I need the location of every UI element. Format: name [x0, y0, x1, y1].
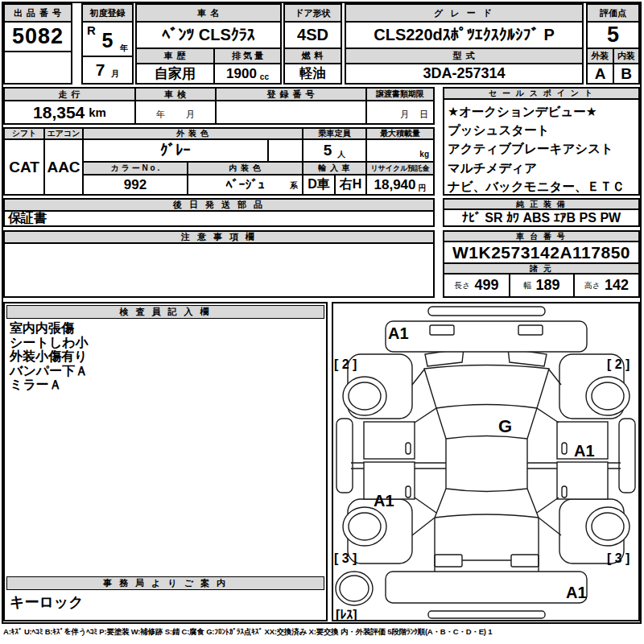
displacement-label: 排 気 量	[213, 49, 280, 64]
score-value: 5	[588, 23, 638, 49]
color-number-value: 992	[82, 175, 187, 194]
transfer-day-placeholder: 日	[419, 109, 428, 121]
front-bumper-strip	[428, 307, 545, 316]
first-registration-year-cell: R 5 年	[83, 23, 132, 57]
score-box: 評価点 5 外装 内装 A B	[586, 3, 640, 85]
inspector-notes-list: 室内内張傷 シートしわ小 外装小傷有り バンパー下Ａ ミラーＡ	[10, 321, 322, 392]
transfer-deadline-cell: 月 日	[365, 101, 433, 123]
capacity-unit: 人	[337, 149, 345, 160]
sales-points-label: セ ー ル ス ポ イ ン ト	[444, 89, 638, 100]
sales-point-item: ★オークションデビュー★	[448, 102, 637, 121]
displacement-cell: 1900 cc	[213, 64, 280, 83]
spec-height-cell: 高さ 142	[573, 275, 638, 296]
sales-point-item: アクティブブレーキアシスト	[448, 139, 637, 158]
spec-width-cell: 幅 189	[509, 275, 573, 296]
exterior-color-empty-cell	[267, 140, 302, 163]
model-code-value: 3DA-257314	[346, 64, 582, 83]
grade-label: グ レ ー ド	[346, 5, 582, 23]
capacity-cell: 5 人	[302, 140, 365, 163]
model-code-label: 型 式	[346, 49, 582, 64]
recycle-deposit-label: リサイクル預託金	[365, 163, 433, 175]
exterior-grade-value: A	[588, 64, 613, 83]
caution-notes-value	[5, 244, 433, 296]
grade-value: CLS220dｽﾎﾟﾂｴｸｽｸﾙｼﾌﾞ P	[346, 23, 582, 49]
sales-point-item: ナビ、バックモニター、ＥＴＣ	[448, 177, 637, 196]
lot-number-empty-cell	[5, 52, 71, 83]
max-load-cell: kg	[365, 140, 433, 163]
import-type-value: D車	[302, 175, 334, 194]
legend-text: A:ｷｽﾞ U:ﾍｺﾐ B:ｷｽﾞを伴うﾍｺﾐ P:要塗装 W:補修跡 S:錆 …	[3, 627, 642, 638]
first-registration-label: 初度登録	[83, 5, 132, 23]
aircon-value: AAC	[43, 140, 82, 194]
later-parts-box: 後 日 発 送 部 品 保証書	[3, 198, 435, 227]
door-shape-value: 4SD	[285, 23, 341, 49]
mileage-cell: 18,354 km	[5, 101, 134, 123]
later-parts-label: 後 日 発 送 部 品	[5, 200, 433, 212]
registration-number-label: 登 録 番 号	[215, 89, 365, 101]
mark-left-rear-door: A1	[374, 492, 394, 510]
car-name-box: 車 名 ﾍﾞﾝﾂ CLSｸﾗｽ 車 歴 自家用 排 気 量 1900 cc	[135, 3, 282, 85]
mark-spare-tire: [ﾚｽ]	[336, 608, 357, 620]
office-notice-label: 事 務 局 よ り ご 案 内	[6, 576, 324, 590]
mark-right-rear-tire: [ 3 ]	[607, 551, 630, 565]
spec-length-label: 長さ	[454, 280, 470, 291]
mileage-label: 走 行	[5, 89, 134, 101]
right-rocker-panel	[619, 419, 635, 493]
year-unit: 年	[120, 43, 128, 54]
transfer-deadline-label: 譲渡書類期限	[365, 89, 433, 101]
fuel-value: 軽油	[285, 64, 341, 83]
shift-label: シフト	[5, 129, 43, 140]
equipment-label: 純 正 装 備	[444, 200, 638, 210]
history-label: 車 歴	[137, 49, 213, 64]
equipment-value: ﾅﾋﾞ SR ｶﾜ ABS ｴｱB PS PW	[444, 210, 638, 225]
spec-width-label: 幅	[523, 280, 531, 291]
lot-number-label: 出 品 番 号	[5, 5, 71, 23]
inspector-box: 検 査 員 記 入 欄 室内内張傷 シートしわ小 外装小傷有り バンパー下Ａ ミ…	[3, 302, 328, 621]
mileage-unit: km	[89, 105, 106, 119]
registration-number-cell	[215, 101, 365, 123]
inspector-label: 検 査 員 記 入 欄	[6, 305, 324, 319]
car-diagram: A1 G A1 A1 A1 [ 2 ] [ 2 ] [ 3 ] [ 3 ] [ﾚ…	[333, 303, 638, 620]
spec-length-cell: 長さ 499	[444, 275, 509, 296]
mark-front-bumper: A1	[388, 324, 409, 342]
inspector-note-line: 外装小傷有り	[10, 349, 322, 364]
interior-color-label: 内 装 色	[187, 163, 302, 175]
score-label: 評価点	[588, 5, 638, 23]
recycle-deposit-value: 18,940	[374, 177, 416, 193]
caution-notes-box: 注 意 事 項 欄	[3, 230, 435, 298]
mark-right-front-door: A1	[574, 442, 595, 460]
shift-value: CAT	[5, 140, 43, 194]
sales-points-list: ★オークションデビュー★ プッシュスタート アクティブブレーキアシスト マルチメ…	[448, 102, 637, 196]
fuel-label: 燃 料	[285, 49, 341, 64]
recycle-deposit-cell: 18,940 円	[365, 175, 433, 194]
inspector-note-line: 室内内張傷	[10, 321, 322, 336]
spare-tire	[336, 572, 373, 605]
mark-right-front-tire: [ 2 ]	[607, 357, 630, 371]
interior-color-suffix: 系	[290, 180, 298, 192]
office-notice-value: キーロック	[10, 592, 322, 613]
shaken-year-placeholder: 年	[156, 109, 165, 121]
auction-sheet: 出 品 番 号 5082 初度登録 R 5 年 7 月 車 名 ﾍﾞﾝﾂ CLS…	[0, 0, 644, 644]
inspector-note-line: ミラーＡ	[10, 378, 322, 392]
interior-grade-value: B	[613, 64, 638, 83]
damage-diagram-box: A1 G A1 A1 A1 [ 2 ] [ 2 ] [ 3 ] [ 3 ] [ﾚ…	[332, 302, 640, 621]
shaken-month-placeholder: 月	[186, 109, 195, 121]
chassis-number-label: 車 台 番 号	[444, 232, 638, 242]
exterior-color-value: ｸﾞﾚｰ	[82, 140, 267, 163]
specs-label: 諸 元	[444, 264, 638, 275]
caution-notes-label: 注 意 事 項 欄	[5, 232, 433, 244]
exterior-color-label: 外 装 色	[82, 129, 302, 140]
rear-right-lamp	[511, 555, 539, 567]
mileage-value: 18,354	[33, 103, 85, 122]
rear-bumper	[386, 572, 587, 603]
sales-point-item: マルチメディア	[448, 159, 637, 177]
max-load-label: 最大積載量	[365, 129, 433, 140]
transfer-month-placeholder: 月	[400, 109, 409, 121]
capacity-label: 乗車定員	[302, 129, 365, 140]
lot-number-box: 出 品 番 号 5082	[3, 3, 72, 85]
lot-number-value: 5082	[5, 23, 71, 52]
first-registration-month-cell: 7 月	[83, 57, 132, 83]
door-shape-label: ドア形状	[285, 5, 341, 23]
front-bumper	[386, 321, 587, 352]
spec-length-value: 499	[475, 277, 499, 294]
